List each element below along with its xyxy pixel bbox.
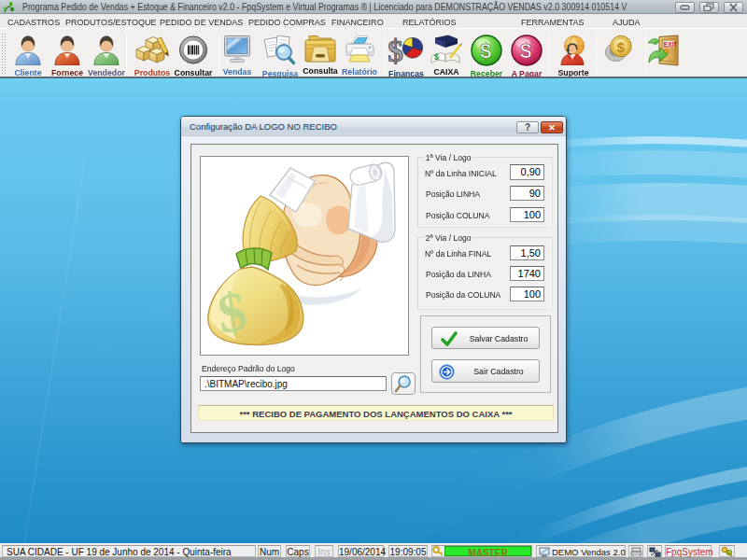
svg-text:EXIT: EXIT bbox=[663, 41, 676, 48]
svg-text:$: $ bbox=[388, 35, 403, 66]
svg-text:$: $ bbox=[520, 39, 531, 63]
svg-text:$: $ bbox=[434, 52, 439, 62]
svg-text:$: $ bbox=[616, 39, 625, 55]
svg-text:$: $ bbox=[480, 39, 491, 63]
